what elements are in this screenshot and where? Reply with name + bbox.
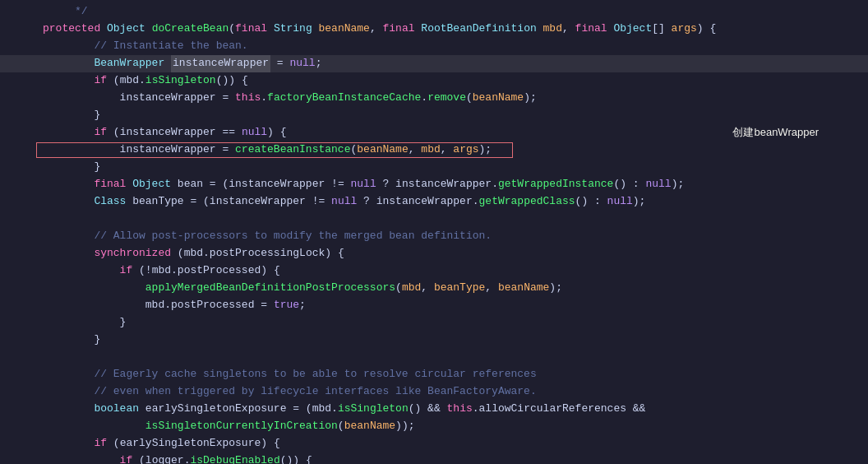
code-line-if-null: if (instanceWrapper == null) { 创建beanWra… — [0, 124, 868, 142]
code-line-boolean-early: boolean earlySingletonExposure = (mbd.is… — [0, 401, 868, 418]
code-line-class-beantype: Class beanType = (instanceWrapper != nul… — [0, 193, 868, 211]
code-line-comment: // Instantiate the bean. — [0, 38, 868, 55]
code-line-factory-cache: instanceWrapper = this.factoryBeanInstan… — [0, 90, 868, 107]
code-line-if-singleton: if (mbd.isSingleton()) { — [0, 72, 868, 90]
code-line-method-sig: protected Object doCreateBean(final Stri… — [0, 21, 868, 38]
code-line-create-instance: instanceWrapper = createBeanInstance(bea… — [0, 142, 868, 159]
code-editor: */ protected Object doCreateBean(final S… — [0, 0, 868, 464]
code-line-comment-even-when: // even when triggered by lifecycle inte… — [0, 383, 868, 401]
code-line-beanwrapper: BeanWrapper instanceWrapper = null; — [0, 55, 868, 72]
code-line-if-logger: if (logger.isDebugEnabled()) { — [0, 452, 868, 464]
code-line-if-not-processed: if (!mbd.postProcessed) { — [0, 262, 868, 280]
code-line: */ — [0, 3, 868, 21]
code-line-if-early: if (earlySingletonExposure) { — [0, 435, 868, 452]
code-line-final-bean: final Object bean = (instanceWrapper != … — [0, 176, 868, 193]
code-line-mbd-post: mbd.postProcessed = true; — [0, 297, 868, 314]
code-line-empty — [0, 211, 868, 228]
code-line-comment-eagerly: // Eagerly cache singletons to be able t… — [0, 366, 868, 383]
code-line-is-singleton-creation: isSingletonCurrentlyInCreation(beanName)… — [0, 418, 868, 435]
code-line-close-sync: } — [0, 332, 868, 349]
code-line-close-inner: } — [0, 314, 868, 332]
code-line-apply-merged: applyMergedBeanDefinitionPostProcessors(… — [0, 280, 868, 297]
code-line-synchronized: synchronized (mbd.postProcessingLock) { — [0, 245, 868, 262]
code-line-empty2 — [0, 349, 868, 366]
code-line-close1: } — [0, 107, 868, 124]
annotation-create-beanwrapper: 创建beanWrapper — [732, 124, 819, 142]
code-line-close2: } — [0, 159, 868, 176]
code-line-comment-allow: // Allow post-processors to modify the m… — [0, 228, 868, 245]
